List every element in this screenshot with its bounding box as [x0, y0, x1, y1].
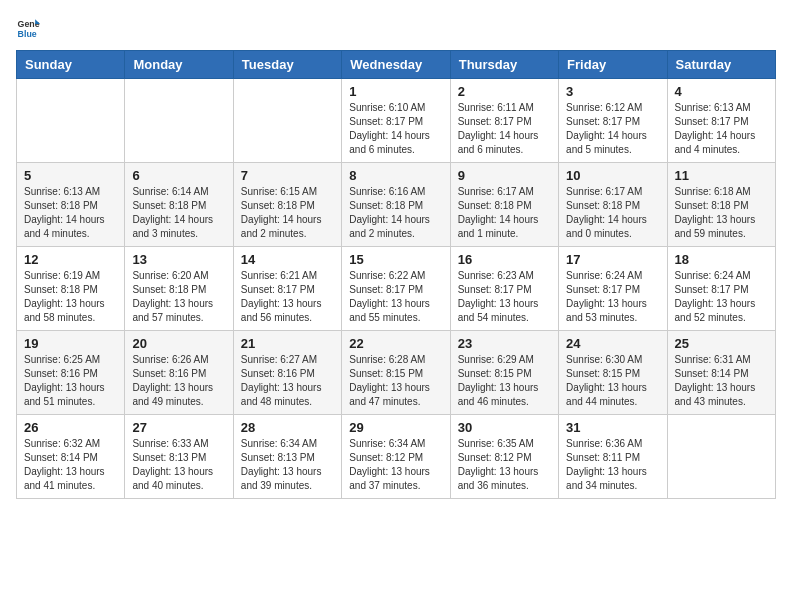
- calendar-cell: 29Sunrise: 6:34 AM Sunset: 8:12 PM Dayli…: [342, 415, 450, 499]
- calendar-week-row: 12Sunrise: 6:19 AM Sunset: 8:18 PM Dayli…: [17, 247, 776, 331]
- day-number: 18: [675, 252, 768, 267]
- day-number: 5: [24, 168, 117, 183]
- day-number: 21: [241, 336, 334, 351]
- calendar-cell: 3Sunrise: 6:12 AM Sunset: 8:17 PM Daylig…: [559, 79, 667, 163]
- day-number: 9: [458, 168, 551, 183]
- day-info: Sunrise: 6:12 AM Sunset: 8:17 PM Dayligh…: [566, 101, 659, 157]
- calendar-cell: 30Sunrise: 6:35 AM Sunset: 8:12 PM Dayli…: [450, 415, 558, 499]
- day-number: 14: [241, 252, 334, 267]
- weekday-header-saturday: Saturday: [667, 51, 775, 79]
- day-number: 11: [675, 168, 768, 183]
- day-info: Sunrise: 6:17 AM Sunset: 8:18 PM Dayligh…: [458, 185, 551, 241]
- day-info: Sunrise: 6:24 AM Sunset: 8:17 PM Dayligh…: [675, 269, 768, 325]
- calendar-cell: 19Sunrise: 6:25 AM Sunset: 8:16 PM Dayli…: [17, 331, 125, 415]
- page-header: General Blue: [16, 16, 776, 40]
- weekday-header-monday: Monday: [125, 51, 233, 79]
- day-info: Sunrise: 6:24 AM Sunset: 8:17 PM Dayligh…: [566, 269, 659, 325]
- day-number: 3: [566, 84, 659, 99]
- calendar-cell: 22Sunrise: 6:28 AM Sunset: 8:15 PM Dayli…: [342, 331, 450, 415]
- weekday-header-sunday: Sunday: [17, 51, 125, 79]
- day-info: Sunrise: 6:33 AM Sunset: 8:13 PM Dayligh…: [132, 437, 225, 493]
- calendar-cell: 27Sunrise: 6:33 AM Sunset: 8:13 PM Dayli…: [125, 415, 233, 499]
- calendar-cell: 5Sunrise: 6:13 AM Sunset: 8:18 PM Daylig…: [17, 163, 125, 247]
- calendar-cell: 8Sunrise: 6:16 AM Sunset: 8:18 PM Daylig…: [342, 163, 450, 247]
- svg-text:Blue: Blue: [18, 29, 37, 39]
- day-info: Sunrise: 6:25 AM Sunset: 8:16 PM Dayligh…: [24, 353, 117, 409]
- day-info: Sunrise: 6:17 AM Sunset: 8:18 PM Dayligh…: [566, 185, 659, 241]
- day-number: 15: [349, 252, 442, 267]
- day-info: Sunrise: 6:10 AM Sunset: 8:17 PM Dayligh…: [349, 101, 442, 157]
- day-number: 10: [566, 168, 659, 183]
- calendar-cell: 28Sunrise: 6:34 AM Sunset: 8:13 PM Dayli…: [233, 415, 341, 499]
- weekday-header-wednesday: Wednesday: [342, 51, 450, 79]
- day-number: 28: [241, 420, 334, 435]
- calendar-cell: 1Sunrise: 6:10 AM Sunset: 8:17 PM Daylig…: [342, 79, 450, 163]
- day-info: Sunrise: 6:29 AM Sunset: 8:15 PM Dayligh…: [458, 353, 551, 409]
- calendar-table: SundayMondayTuesdayWednesdayThursdayFrid…: [16, 50, 776, 499]
- calendar-cell: 4Sunrise: 6:13 AM Sunset: 8:17 PM Daylig…: [667, 79, 775, 163]
- day-info: Sunrise: 6:23 AM Sunset: 8:17 PM Dayligh…: [458, 269, 551, 325]
- day-number: 13: [132, 252, 225, 267]
- calendar-cell: 20Sunrise: 6:26 AM Sunset: 8:16 PM Dayli…: [125, 331, 233, 415]
- calendar-cell: 10Sunrise: 6:17 AM Sunset: 8:18 PM Dayli…: [559, 163, 667, 247]
- calendar-cell: 15Sunrise: 6:22 AM Sunset: 8:17 PM Dayli…: [342, 247, 450, 331]
- calendar-week-row: 19Sunrise: 6:25 AM Sunset: 8:16 PM Dayli…: [17, 331, 776, 415]
- calendar-cell: 18Sunrise: 6:24 AM Sunset: 8:17 PM Dayli…: [667, 247, 775, 331]
- day-number: 31: [566, 420, 659, 435]
- calendar-cell: [667, 415, 775, 499]
- day-number: 4: [675, 84, 768, 99]
- day-info: Sunrise: 6:19 AM Sunset: 8:18 PM Dayligh…: [24, 269, 117, 325]
- day-info: Sunrise: 6:26 AM Sunset: 8:16 PM Dayligh…: [132, 353, 225, 409]
- day-info: Sunrise: 6:36 AM Sunset: 8:11 PM Dayligh…: [566, 437, 659, 493]
- calendar-cell: 21Sunrise: 6:27 AM Sunset: 8:16 PM Dayli…: [233, 331, 341, 415]
- day-number: 12: [24, 252, 117, 267]
- calendar-week-row: 5Sunrise: 6:13 AM Sunset: 8:18 PM Daylig…: [17, 163, 776, 247]
- day-number: 17: [566, 252, 659, 267]
- calendar-cell: 9Sunrise: 6:17 AM Sunset: 8:18 PM Daylig…: [450, 163, 558, 247]
- day-info: Sunrise: 6:14 AM Sunset: 8:18 PM Dayligh…: [132, 185, 225, 241]
- calendar-week-row: 1Sunrise: 6:10 AM Sunset: 8:17 PM Daylig…: [17, 79, 776, 163]
- calendar-cell: 12Sunrise: 6:19 AM Sunset: 8:18 PM Dayli…: [17, 247, 125, 331]
- calendar-cell: 23Sunrise: 6:29 AM Sunset: 8:15 PM Dayli…: [450, 331, 558, 415]
- calendar-cell: 13Sunrise: 6:20 AM Sunset: 8:18 PM Dayli…: [125, 247, 233, 331]
- day-info: Sunrise: 6:30 AM Sunset: 8:15 PM Dayligh…: [566, 353, 659, 409]
- calendar-cell: 26Sunrise: 6:32 AM Sunset: 8:14 PM Dayli…: [17, 415, 125, 499]
- day-info: Sunrise: 6:34 AM Sunset: 8:12 PM Dayligh…: [349, 437, 442, 493]
- day-info: Sunrise: 6:34 AM Sunset: 8:13 PM Dayligh…: [241, 437, 334, 493]
- day-info: Sunrise: 6:16 AM Sunset: 8:18 PM Dayligh…: [349, 185, 442, 241]
- calendar-cell: 24Sunrise: 6:30 AM Sunset: 8:15 PM Dayli…: [559, 331, 667, 415]
- day-number: 26: [24, 420, 117, 435]
- day-info: Sunrise: 6:28 AM Sunset: 8:15 PM Dayligh…: [349, 353, 442, 409]
- day-info: Sunrise: 6:13 AM Sunset: 8:18 PM Dayligh…: [24, 185, 117, 241]
- weekday-header-tuesday: Tuesday: [233, 51, 341, 79]
- day-info: Sunrise: 6:22 AM Sunset: 8:17 PM Dayligh…: [349, 269, 442, 325]
- day-number: 19: [24, 336, 117, 351]
- calendar-cell: 2Sunrise: 6:11 AM Sunset: 8:17 PM Daylig…: [450, 79, 558, 163]
- day-info: Sunrise: 6:35 AM Sunset: 8:12 PM Dayligh…: [458, 437, 551, 493]
- calendar-cell: [233, 79, 341, 163]
- calendar-cell: 14Sunrise: 6:21 AM Sunset: 8:17 PM Dayli…: [233, 247, 341, 331]
- day-info: Sunrise: 6:20 AM Sunset: 8:18 PM Dayligh…: [132, 269, 225, 325]
- calendar-cell: 6Sunrise: 6:14 AM Sunset: 8:18 PM Daylig…: [125, 163, 233, 247]
- weekday-header-thursday: Thursday: [450, 51, 558, 79]
- day-number: 27: [132, 420, 225, 435]
- day-number: 6: [132, 168, 225, 183]
- day-info: Sunrise: 6:15 AM Sunset: 8:18 PM Dayligh…: [241, 185, 334, 241]
- weekday-header-friday: Friday: [559, 51, 667, 79]
- calendar-cell: 16Sunrise: 6:23 AM Sunset: 8:17 PM Dayli…: [450, 247, 558, 331]
- day-info: Sunrise: 6:13 AM Sunset: 8:17 PM Dayligh…: [675, 101, 768, 157]
- day-info: Sunrise: 6:21 AM Sunset: 8:17 PM Dayligh…: [241, 269, 334, 325]
- calendar-cell: 25Sunrise: 6:31 AM Sunset: 8:14 PM Dayli…: [667, 331, 775, 415]
- day-info: Sunrise: 6:18 AM Sunset: 8:18 PM Dayligh…: [675, 185, 768, 241]
- calendar-cell: 7Sunrise: 6:15 AM Sunset: 8:18 PM Daylig…: [233, 163, 341, 247]
- logo-icon: General Blue: [16, 16, 40, 40]
- day-number: 2: [458, 84, 551, 99]
- day-number: 25: [675, 336, 768, 351]
- day-number: 8: [349, 168, 442, 183]
- calendar-header-row: SundayMondayTuesdayWednesdayThursdayFrid…: [17, 51, 776, 79]
- calendar-cell: 11Sunrise: 6:18 AM Sunset: 8:18 PM Dayli…: [667, 163, 775, 247]
- calendar-cell: 31Sunrise: 6:36 AM Sunset: 8:11 PM Dayli…: [559, 415, 667, 499]
- day-info: Sunrise: 6:32 AM Sunset: 8:14 PM Dayligh…: [24, 437, 117, 493]
- day-number: 1: [349, 84, 442, 99]
- day-number: 30: [458, 420, 551, 435]
